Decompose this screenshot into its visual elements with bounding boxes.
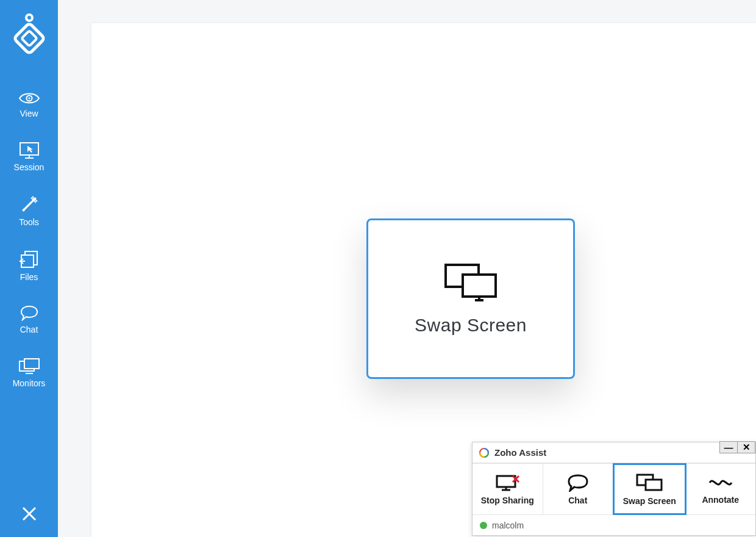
sidebar-item-label: Tools	[19, 217, 39, 227]
sidebar-item-label: Chat	[20, 325, 38, 334]
tab-annotate[interactable]: Annotate	[686, 464, 756, 514]
panel-tabs: Stop Sharing Chat Swap Screen Annotate	[472, 463, 755, 514]
logo-icon	[11, 13, 48, 54]
stop-sharing-icon	[494, 474, 520, 492]
svg-rect-17	[463, 275, 496, 297]
sidebar-item-label: Files	[20, 272, 38, 282]
monitor-cursor-icon	[19, 142, 40, 159]
tab-label: Annotate	[702, 495, 739, 505]
chat-icon	[565, 474, 591, 492]
panel-title: Zoho Assist	[494, 447, 546, 458]
tab-label: Chat	[568, 496, 587, 505]
status-username: malcolm	[492, 521, 524, 530]
tab-stop-sharing[interactable]: Stop Sharing	[472, 464, 543, 514]
tab-label: Stop Sharing	[481, 496, 534, 505]
chat-icon	[19, 305, 40, 321]
zoho-logo-icon	[479, 447, 490, 458]
annotate-icon	[707, 474, 734, 491]
svg-point-8	[23, 209, 25, 211]
eye-icon	[18, 92, 40, 105]
sidebar-close-button[interactable]	[0, 505, 58, 522]
assist-panel: Zoho Assist — ✕ Stop Sharing Chat	[472, 442, 756, 536]
svg-point-0	[26, 15, 32, 21]
tab-chat[interactable]: Chat	[543, 464, 614, 514]
panel-status-bar: malcolm	[472, 514, 755, 535]
sidebar-item-tools[interactable]: Tools	[0, 195, 58, 227]
tools-icon	[20, 195, 38, 214]
svg-point-4	[28, 98, 30, 99]
sidebar-item-view[interactable]: View	[0, 92, 58, 118]
sidebar-item-label: Session	[14, 162, 45, 172]
status-dot-icon	[480, 522, 487, 529]
swap-screen-icon	[442, 262, 499, 303]
app-logo	[0, 6, 58, 61]
sidebar-item-files[interactable]: Files	[0, 250, 58, 282]
svg-rect-1	[13, 23, 45, 54]
close-icon	[21, 505, 38, 522]
svg-rect-29	[646, 480, 661, 490]
minimize-button[interactable]: —	[719, 441, 738, 453]
sidebar-item-monitors[interactable]: Monitors	[0, 358, 58, 388]
panel-titlebar[interactable]: Zoho Assist — ✕	[472, 442, 755, 463]
sidebar-item-session[interactable]: Session	[0, 142, 58, 172]
swap-screen-title: Swap Screen	[415, 315, 527, 336]
swap-screen-card[interactable]: Swap Screen	[366, 218, 575, 379]
svg-rect-12	[24, 359, 39, 369]
close-button[interactable]: ✕	[737, 441, 755, 453]
sidebar-item-chat[interactable]: Chat	[0, 305, 58, 334]
tab-label: Swap Screen	[623, 496, 676, 506]
swap-screen-icon	[635, 473, 664, 492]
files-icon	[19, 250, 40, 268]
svg-rect-2	[21, 31, 37, 46]
panel-window-controls: — ✕	[720, 441, 755, 453]
tab-swap-screen[interactable]: Swap Screen	[613, 463, 686, 515]
sidebar: View Session Tools	[0, 0, 58, 537]
sidebar-item-label: Monitors	[13, 378, 46, 388]
monitors-icon	[18, 358, 40, 375]
sidebar-item-label: View	[20, 109, 38, 118]
sidebar-items: View Session Tools	[0, 92, 58, 388]
